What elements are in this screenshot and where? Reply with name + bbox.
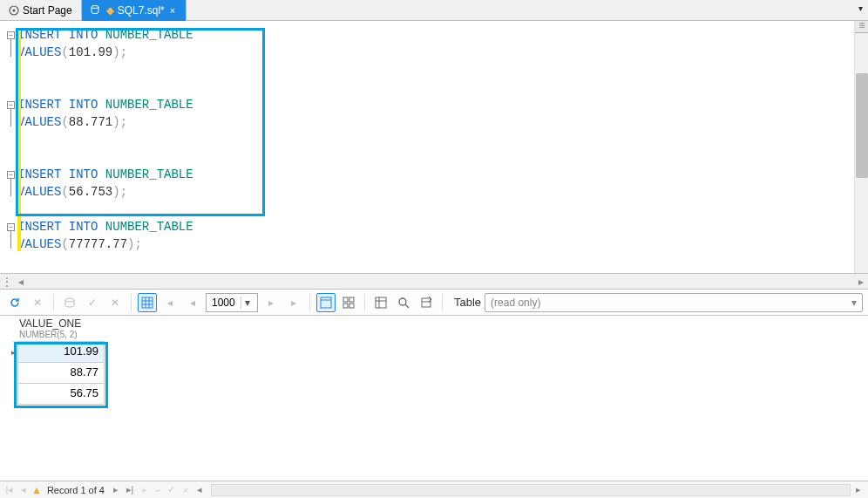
grid-view-button[interactable] bbox=[138, 293, 157, 312]
column-type: NUMBER(5, 2) bbox=[19, 330, 81, 339]
keyword: INSERT INTO bbox=[17, 167, 98, 181]
editor-gutter: − − − − bbox=[0, 21, 17, 273]
chevron-down-icon: ▾ bbox=[851, 297, 857, 309]
warning-icon: ▲ bbox=[31, 484, 42, 496]
next-page-button[interactable]: ▸ bbox=[261, 293, 281, 312]
status-scroll-track[interactable] bbox=[211, 484, 851, 496]
nav-first-button[interactable]: |◂ bbox=[3, 484, 16, 495]
table-row[interactable]: 88.77 bbox=[9, 363, 868, 384]
nav-next-button[interactable]: ▸ bbox=[110, 484, 122, 495]
table-row[interactable]: 56.75 bbox=[9, 384, 868, 405]
prev-page-button[interactable]: ◂ bbox=[183, 293, 202, 312]
svg-point-18 bbox=[399, 298, 406, 305]
tab-label: SQL7.sql* bbox=[118, 4, 165, 17]
keyword: VALUES bbox=[17, 185, 61, 199]
row-indicator: ▸ bbox=[9, 342, 17, 363]
results-toolbar: ✕ ✓ ✕ ◂ ◂ 1000 ▾ ▸ ▸ Table (read only) ▾ bbox=[0, 290, 868, 316]
nav-remove-button[interactable]: − bbox=[152, 485, 164, 495]
code-area[interactable]: INSERT INTO NUMBER_TABLE VALUES(101.99);… bbox=[17, 21, 854, 273]
tabs-dropdown[interactable]: ▾ bbox=[858, 3, 863, 13]
svg-rect-12 bbox=[349, 297, 354, 302]
column-header[interactable]: VALUE_ONE NUMBER(5, 2) bbox=[12, 316, 88, 342]
fold-marker[interactable]: − bbox=[7, 31, 15, 39]
svg-rect-20 bbox=[422, 298, 431, 307]
editor-vertical-scrollbar[interactable]: ≡ bbox=[854, 21, 868, 273]
keyword: INSERT INTO bbox=[17, 220, 98, 234]
sql-editor[interactable]: − − − − INSERT INTO NUMBER_TABLE VALUES(… bbox=[0, 21, 868, 274]
cell[interactable]: 56.75 bbox=[17, 383, 105, 405]
page-size-value: 1000 bbox=[207, 297, 241, 309]
rollback-button[interactable]: ✕ bbox=[105, 293, 125, 312]
find-button[interactable] bbox=[394, 293, 413, 312]
tab-label: Start Page bbox=[23, 4, 72, 17]
cancel-button[interactable]: ✕ bbox=[28, 293, 47, 312]
nav-confirm-button[interactable]: ✓ bbox=[166, 484, 178, 495]
fold-marker[interactable]: − bbox=[7, 223, 15, 231]
table-row[interactable]: ▸ 101.99 bbox=[9, 342, 868, 363]
commit-button[interactable] bbox=[60, 293, 79, 312]
identifier: NUMBER_TABLE bbox=[105, 167, 193, 181]
refresh-button[interactable] bbox=[5, 293, 24, 312]
record-status: Record 1 of 4 bbox=[47, 485, 105, 495]
results-grid: VALUE_ONE NUMBER(5, 2) ▸ 101.99 88.77 56… bbox=[0, 316, 868, 455]
last-page-button[interactable]: ▸ bbox=[284, 293, 303, 312]
status-scroll-right[interactable]: ▸ bbox=[852, 484, 865, 495]
chevron-down-icon: ▾ bbox=[241, 297, 254, 309]
apply-button[interactable]: ✓ bbox=[83, 293, 102, 312]
scrollbar-thumb[interactable] bbox=[856, 73, 868, 178]
page-size-combo[interactable]: 1000 ▾ bbox=[206, 293, 258, 312]
svg-rect-4 bbox=[142, 297, 153, 308]
modified-icon: ◆ bbox=[106, 4, 114, 17]
tab-sql-file[interactable]: ◆ SQL7.sql* × bbox=[82, 0, 186, 21]
literal: 56.753 bbox=[69, 185, 112, 199]
nav-add-button[interactable]: + bbox=[138, 485, 150, 495]
table-view-button[interactable] bbox=[316, 293, 336, 312]
editor-horizontal-scrollbar[interactable]: ⋮ ◂ ▸ bbox=[0, 274, 868, 290]
status-scroll-left[interactable]: ◂ bbox=[193, 484, 206, 495]
identifier: NUMBER_TABLE bbox=[105, 28, 193, 42]
cell[interactable]: 88.77 bbox=[17, 362, 105, 384]
separator bbox=[53, 294, 54, 311]
cell[interactable]: 101.99 bbox=[17, 341, 105, 363]
tab-start-page[interactable]: Start Page bbox=[0, 0, 82, 21]
keyword: VALUES bbox=[17, 237, 61, 251]
literal: 101.99 bbox=[69, 45, 112, 59]
svg-rect-15 bbox=[376, 297, 386, 308]
literal: 88.771 bbox=[69, 115, 112, 129]
sql-file-icon bbox=[91, 4, 103, 17]
pivot-button[interactable] bbox=[371, 293, 390, 312]
identifier: NUMBER_TABLE bbox=[105, 98, 193, 112]
svg-point-1 bbox=[13, 10, 16, 12]
hscroll-grip[interactable]: ⋮ bbox=[0, 276, 14, 288]
nav-cancel-button[interactable]: × bbox=[180, 485, 192, 495]
change-marker bbox=[17, 30, 21, 251]
svg-point-3 bbox=[65, 298, 74, 302]
keyword: INSERT INTO bbox=[17, 28, 98, 42]
nav-last-button[interactable]: ▸| bbox=[124, 484, 136, 495]
identifier: NUMBER_TABLE bbox=[105, 220, 193, 234]
svg-line-19 bbox=[405, 304, 409, 308]
svg-rect-13 bbox=[343, 304, 348, 308]
export-button[interactable] bbox=[417, 293, 436, 312]
first-page-button[interactable]: ◂ bbox=[160, 293, 180, 312]
hscroll-left[interactable]: ◂ bbox=[14, 276, 28, 288]
fold-line bbox=[10, 39, 11, 57]
nav-prev-button[interactable]: ◂ bbox=[17, 484, 30, 495]
fold-marker[interactable]: − bbox=[7, 171, 15, 179]
literal: 77777.77 bbox=[69, 237, 127, 251]
keyword: VALUES bbox=[17, 45, 61, 59]
split-handle[interactable]: ≡ bbox=[855, 21, 868, 33]
separator bbox=[131, 294, 132, 311]
fold-line bbox=[10, 179, 11, 196]
edit-mode-combo[interactable]: (read only) ▾ bbox=[485, 293, 863, 312]
mode-label: Table bbox=[454, 296, 481, 309]
card-view-button[interactable] bbox=[339, 293, 358, 312]
tab-close-button[interactable]: × bbox=[168, 5, 177, 16]
row-indicator bbox=[9, 363, 17, 384]
fold-marker[interactable]: − bbox=[7, 101, 15, 109]
edit-mode-value: (read only) bbox=[491, 297, 540, 309]
svg-rect-11 bbox=[343, 297, 348, 302]
hscroll-right[interactable]: ▸ bbox=[854, 276, 868, 288]
status-bar: |◂ ◂ ▲ Record 1 of 4 ▸ ▸| + − ✓ × ◂ ▸ bbox=[0, 481, 868, 498]
start-page-icon bbox=[9, 5, 19, 16]
